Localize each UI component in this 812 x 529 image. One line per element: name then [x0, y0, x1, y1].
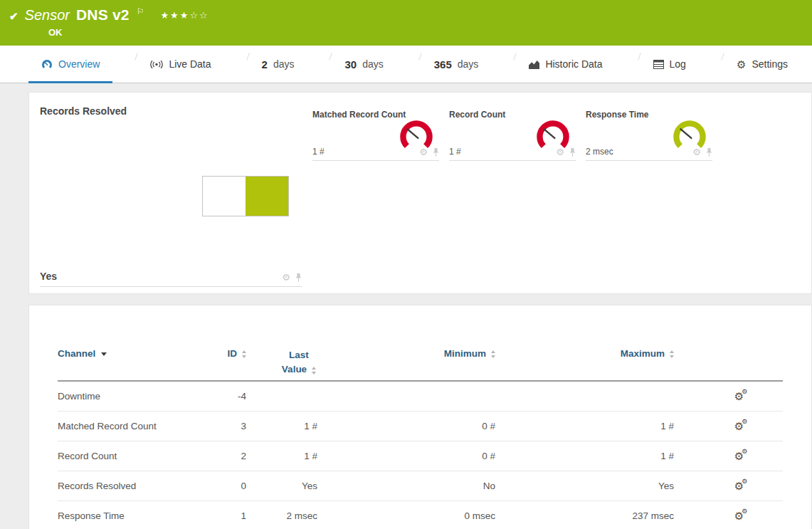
tab-settings[interactable]: ⚙ Settings	[724, 46, 801, 83]
cell-maximum: 1 #	[495, 451, 674, 461]
tab-label: Historic Data	[545, 58, 602, 70]
tab-label: Live Data	[169, 58, 211, 70]
table-row-matched-record-count[interactable]: Matched Record Count 3 1 # 0 # 1 # ⚙⚙	[58, 412, 783, 441]
swatch-segment-no	[203, 177, 246, 216]
chart-icon	[529, 60, 539, 69]
pin-icon[interactable]	[295, 273, 302, 282]
gauge-value: 1 #	[312, 147, 325, 157]
tab-label: days	[458, 58, 479, 70]
column-header-channel[interactable]: Channel	[58, 348, 186, 359]
tab-label: days	[362, 58, 384, 70]
tab-label: Overview	[58, 58, 100, 70]
cell-minimum: 0 #	[317, 451, 495, 461]
gear-icon: ⚙	[737, 59, 746, 70]
pin-icon[interactable]	[706, 148, 712, 157]
channel-settings-gear-icon[interactable]: ⚙⚙	[734, 451, 744, 461]
lookup-swatch	[202, 176, 289, 216]
cell-last-value: 1 #	[246, 451, 317, 461]
tab-30-days[interactable]: 30 days	[332, 46, 396, 83]
cell-id: 2	[186, 451, 246, 461]
gear-icon[interactable]: ⚙	[692, 147, 701, 157]
tab-historic-data[interactable]: Historic Data	[516, 46, 615, 83]
tab-label-number: 365	[434, 58, 452, 70]
cell-last-value: Yes	[246, 481, 317, 491]
gear-icon[interactable]: ⚙	[556, 147, 564, 157]
tab-365-days[interactable]: 365 days	[421, 46, 492, 83]
tab-bar: Overview Live Data 2 days 30 days 365 da…	[0, 46, 812, 83]
lookup-channel-title: Records Resolved	[40, 105, 127, 117]
table-row-records-resolved[interactable]: Records Resolved 0 Yes No Yes ⚙⚙	[58, 471, 783, 501]
gauge-arc	[539, 123, 566, 146]
swatch-segment-yes	[246, 177, 288, 216]
gauge-needle	[544, 129, 554, 138]
gear-icon[interactable]: ⚙	[419, 147, 428, 157]
lookup-last-value: Yes	[40, 271, 57, 282]
column-header-minimum[interactable]: Minimum	[317, 348, 495, 359]
table-row-response-time[interactable]: Response Time 1 2 msec 0 msec 237 msec ⚙…	[58, 501, 783, 529]
gauge-value: 1 #	[449, 147, 461, 157]
cell-channel: Records Resolved	[58, 481, 186, 491]
cell-maximum: 237 msec	[495, 510, 674, 521]
cell-minimum: 0 msec	[317, 510, 495, 521]
column-header-last-value[interactable]: Last Value	[246, 348, 317, 376]
tab-2-days[interactable]: 2 days	[249, 46, 307, 83]
gauge-matched-record-count: Matched Record Count 1 # ⚙	[312, 110, 445, 161]
cell-maximum: 1 #	[495, 421, 674, 431]
gauge-needle	[407, 129, 418, 138]
cell-maximum: Yes	[495, 481, 674, 491]
gauge-arc	[403, 123, 429, 146]
channel-settings-gear-icon[interactable]: ⚙⚙	[734, 481, 744, 491]
channel-table-panel: Channel ID Last Value Minimum Maximum Do…	[28, 305, 812, 529]
pin-icon[interactable]	[433, 148, 439, 157]
cell-id: 0	[186, 481, 246, 491]
cell-channel: Record Count	[58, 451, 186, 461]
cell-channel: Downtime	[58, 391, 186, 402]
tab-overview[interactable]: Overview	[28, 46, 112, 83]
sort-desc-icon	[101, 352, 107, 356]
tab-label: Log	[670, 58, 686, 70]
status-ok-check-icon: ✔	[9, 10, 19, 23]
sort-icon	[312, 367, 316, 375]
tab-label-number: 2	[262, 58, 268, 70]
cell-channel: Response Time	[58, 510, 186, 521]
cell-channel: Matched Record Count	[58, 421, 186, 431]
object-kind-label: Sensor	[25, 7, 70, 23]
gear-icon[interactable]: ⚙	[282, 273, 290, 282]
gauge-needle	[680, 129, 691, 138]
gauge-response-time: Response Time 2 msec ⚙	[586, 110, 718, 161]
tab-label: Settings	[752, 58, 788, 70]
channel-settings-gear-icon[interactable]: ⚙⚙	[734, 391, 744, 402]
sensor-name: DNS v2	[76, 6, 130, 23]
cell-last-value: 1 #	[246, 421, 317, 431]
tab-label-number: 30	[344, 58, 357, 70]
cell-id: 1	[186, 510, 246, 521]
gauge-icon	[41, 58, 53, 70]
sensor-status-badge: OK	[48, 27, 63, 38]
gauge-value: 2 msec	[586, 147, 613, 157]
column-header-maximum[interactable]: Maximum	[495, 348, 674, 359]
gauge-record-count: Record Count 1 # ⚙	[449, 110, 581, 161]
overview-panel: Records Resolved Yes ⚙ Matched Record Co…	[28, 92, 812, 294]
cell-id: -4	[186, 391, 246, 402]
channel-settings-gear-icon[interactable]: ⚙⚙	[734, 510, 744, 521]
cell-last-value: 2 msec	[246, 510, 317, 521]
priority-stars[interactable]: ★★★☆☆	[160, 10, 209, 21]
cell-minimum: 0 #	[317, 421, 495, 431]
broadcast-icon	[150, 60, 163, 69]
pin-icon[interactable]	[569, 148, 576, 157]
log-list-icon	[653, 60, 664, 69]
tab-label: days	[273, 58, 295, 70]
gauge-group: Matched Record Count 1 # ⚙ Record	[312, 110, 718, 161]
column-header-id[interactable]: ID	[186, 348, 246, 359]
flag-icon[interactable]: ⚐	[137, 6, 144, 16]
channel-table-header: Channel ID Last Value Minimum Maximum	[58, 348, 783, 382]
gauge-arc	[676, 123, 702, 146]
cell-minimum: No	[317, 481, 495, 491]
tab-log[interactable]: Log	[640, 46, 699, 83]
content-area: Records Resolved Yes ⚙ Matched Record Co…	[0, 83, 812, 529]
sort-icon	[670, 350, 674, 358]
channel-settings-gear-icon[interactable]: ⚙⚙	[734, 421, 744, 431]
table-row-record-count[interactable]: Record Count 2 1 # 0 # 1 # ⚙⚙	[58, 441, 783, 471]
tab-live-data[interactable]: Live Data	[137, 46, 223, 83]
table-row-downtime[interactable]: Downtime -4 ⚙⚙	[58, 382, 783, 412]
